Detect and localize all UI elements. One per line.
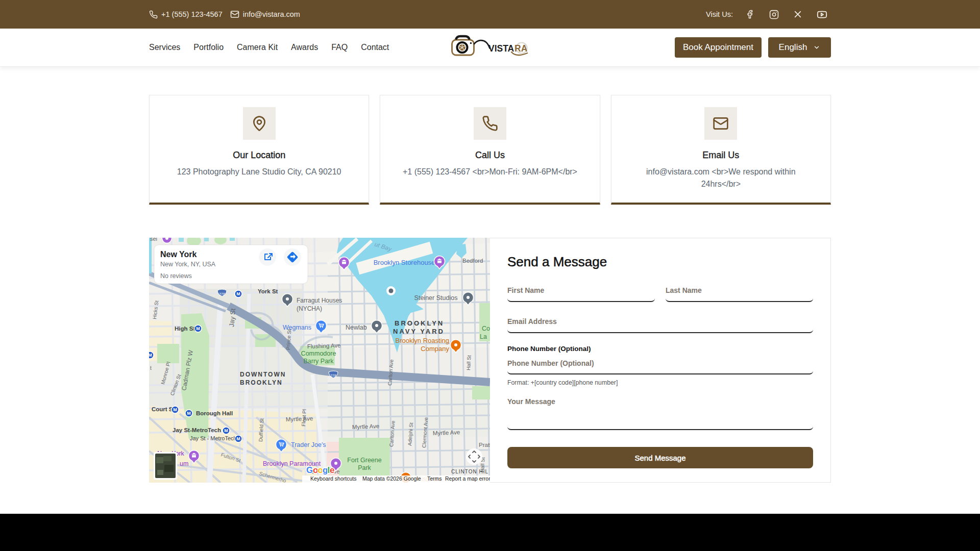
- svg-text:M: M: [236, 436, 240, 441]
- svg-text:Wegmans: Wegmans: [283, 324, 311, 331]
- svg-text:e: e: [330, 465, 334, 475]
- svg-text:278: 278: [219, 292, 225, 296]
- svg-text:Myrtle Ave: Myrtle Ave: [433, 429, 460, 436]
- svg-text:Company: Company: [421, 345, 449, 353]
- svg-text:Flushing Ave: Flushing Ave: [307, 342, 341, 349]
- svg-text:RA: RA: [514, 43, 528, 54]
- svg-text:M: M: [196, 326, 200, 331]
- svg-text:Myrtle Ave: Myrtle Ave: [352, 423, 380, 430]
- svg-text:Newlab: Newlab: [346, 324, 367, 331]
- svg-text:sel: sel: [150, 238, 157, 242]
- svg-text:M: M: [149, 353, 152, 358]
- svg-text:Jay St: Jay St: [228, 308, 237, 328]
- svg-text:Map data ©2026 Google: Map data ©2026 Google: [362, 475, 421, 482]
- svg-text:BROOKLYN: BROOKLYN: [395, 319, 444, 327]
- svg-text:Terms: Terms: [427, 475, 442, 482]
- svg-text:High St: High St: [175, 325, 195, 332]
- svg-text:Fort Greene: Fort Greene: [347, 457, 381, 464]
- svg-text:Keyboard shortcuts: Keyboard shortcuts: [310, 475, 356, 482]
- svg-text:NAVY YARD: NAVY YARD: [393, 328, 445, 335]
- svg-text:La: La: [480, 333, 487, 340]
- svg-text:Barry Park: Barry Park: [303, 358, 334, 365]
- svg-text:Commodore: Commodore: [301, 350, 336, 357]
- svg-text:VISTA: VISTA: [488, 43, 514, 54]
- svg-text:Trader Joe's: Trader Joe's: [291, 441, 326, 448]
- svg-text:Brooklyn Storehouse: Brooklyn Storehouse: [374, 259, 435, 266]
- svg-text:CLINTON HIL: CLINTON HIL: [451, 469, 488, 474]
- svg-text:Co: Co: [482, 325, 490, 332]
- svg-text:Steiner Studios: Steiner Studios: [414, 294, 458, 302]
- svg-text:278: 278: [330, 374, 336, 378]
- svg-text:Bedford: Bedford: [462, 258, 483, 264]
- svg-text:No reviews: No reviews: [160, 272, 192, 280]
- svg-text:Report a map error: Report a map error: [445, 475, 490, 482]
- svg-text:Hall St: Hall St: [465, 355, 472, 370]
- svg-text:M: M: [173, 407, 177, 412]
- svg-text:Jay St-MetroTech: Jay St-MetroTech: [173, 427, 221, 433]
- svg-text:um: um: [180, 460, 188, 467]
- svg-text:t: t: [150, 365, 152, 371]
- svg-text:Pratt Ins: Pratt Ins: [479, 442, 490, 448]
- svg-text:Borough Hall: Borough Hall: [196, 410, 233, 416]
- svg-text:Myrtle Ave: Myrtle Ave: [286, 415, 313, 422]
- svg-text:Brooklyn Roasting: Brooklyn Roasting: [396, 337, 450, 344]
- svg-text:New York: New York: [160, 250, 197, 259]
- svg-text:New York, NY, USA: New York, NY, USA: [160, 261, 216, 268]
- svg-text:(NYCHA): (NYCHA): [297, 305, 322, 312]
- svg-text:DOWNTOWN: DOWNTOWN: [240, 371, 286, 378]
- svg-text:Jay St - MetroTech: Jay St - MetroTech: [190, 435, 237, 441]
- svg-text:M: M: [187, 411, 191, 416]
- svg-text:Farragut Houses: Farragut Houses: [297, 297, 342, 304]
- svg-text:Park: Park: [358, 464, 371, 471]
- svg-text:G: G: [306, 465, 313, 475]
- svg-text:M: M: [236, 291, 240, 296]
- svg-text:M: M: [224, 428, 228, 433]
- svg-text:York St: York St: [258, 288, 278, 294]
- svg-text:Prince St: Prince St: [285, 329, 292, 350]
- svg-text:BROOKLYN: BROOKLYN: [240, 379, 283, 386]
